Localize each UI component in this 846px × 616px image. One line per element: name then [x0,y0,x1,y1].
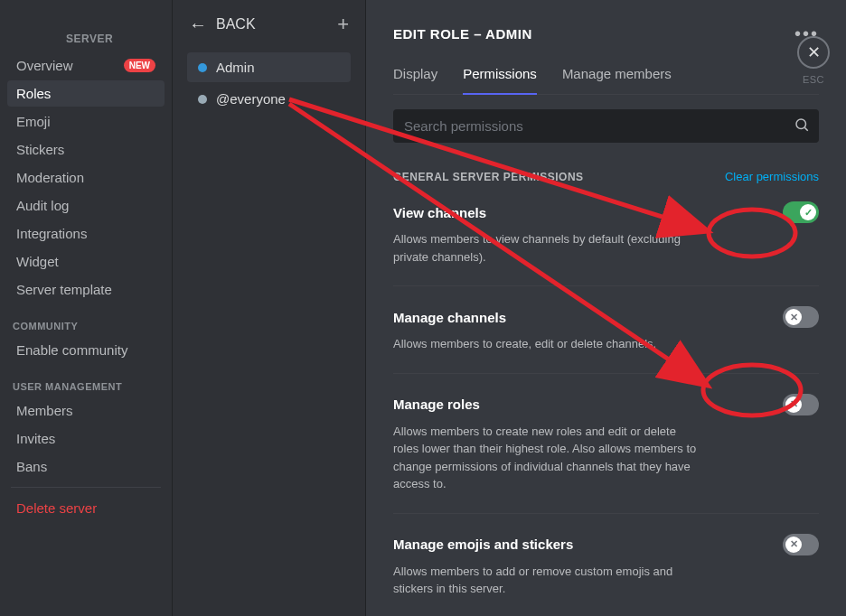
sidebar-item-label: Roles [16,86,51,101]
role-list-column: ← BACK + Admin @everyone [172,0,365,616]
sidebar-item-roles[interactable]: Roles [7,80,164,107]
back-label: BACK [216,16,256,33]
tab-manage-members[interactable]: Manage members [562,59,672,94]
new-badge: NEW [124,59,155,72]
permission-row-manage-roles: Manage roles ✕ Allows members to create … [393,394,819,514]
sidebar-item-label: Members [16,403,73,418]
role-item-admin[interactable]: Admin [187,52,351,82]
x-icon: ✕ [785,537,802,553]
permission-toggle[interactable]: ✕ [783,534,819,555]
svg-point-0 [796,119,806,129]
close-area: ✕ ESC [797,36,830,85]
permission-toggle[interactable]: ✕ [783,306,819,328]
search-permissions-input[interactable] [393,109,819,143]
sidebar-item-members[interactable]: Members [7,397,164,424]
role-item-everyone[interactable]: @everyone [187,84,351,114]
page-title: EDIT ROLE – ADMIN [393,26,532,42]
x-icon: ✕ [785,397,802,413]
sidebar-item-integrations[interactable]: Integrations [7,220,164,247]
role-color-dot [198,95,207,104]
sidebar-item-label: Overview [16,58,73,73]
edit-role-panel: EDIT ROLE – ADMIN ••• Display Permission… [365,0,846,616]
back-button[interactable]: ← BACK [189,15,256,33]
sidebar-item-label: Invites [16,431,55,446]
permission-description: Allows members to view channels by defau… [393,230,700,266]
role-name: @everyone [216,91,286,107]
sidebar-item-audit-log[interactable]: Audit log [7,192,164,219]
svg-line-1 [804,127,807,130]
sidebar-item-label: Stickers [16,142,64,157]
divider [11,487,161,488]
sidebar-item-label: Bans [16,459,47,474]
sidebar-item-label: Emoji [16,114,51,129]
check-icon: ✓ [800,204,816,220]
close-button[interactable]: ✕ [797,36,830,69]
sidebar-header-server: SERVER [7,11,164,52]
search-icon [794,117,810,136]
close-icon: ✕ [807,42,821,62]
permission-name: Manage channels [393,310,506,325]
permission-row-view-channels: View channels ✓ Allows members to view c… [393,201,819,286]
permission-toggle[interactable]: ✓ [783,201,819,223]
sidebar-item-label: Server template [16,282,112,297]
tab-permissions[interactable]: Permissions [463,59,537,94]
role-name: Admin [216,60,255,75]
sidebar-item-delete-server[interactable]: Delete server [7,495,164,521]
sidebar-item-emoji[interactable]: Emoji [7,108,164,135]
permission-name: View channels [393,205,486,220]
add-role-button[interactable]: + [337,14,349,34]
permission-description: Allows members to create new roles and e… [393,423,700,493]
tab-display[interactable]: Display [393,59,437,94]
permission-group-title: GENERAL SERVER PERMISSIONS [393,171,584,183]
sidebar-item-label: Integrations [16,226,87,241]
sidebar-item-invites[interactable]: Invites [7,425,164,452]
sidebar-item-label: Moderation [16,170,84,185]
permission-row-manage-channels: Manage channels ✕ Allows members to crea… [393,306,819,374]
x-icon: ✕ [785,309,802,325]
arrow-left-icon: ← [189,15,207,33]
permission-toggle[interactable]: ✕ [783,394,819,415]
sidebar-item-moderation[interactable]: Moderation [7,164,164,191]
permission-name: Manage emojis and stickers [393,537,573,552]
sidebar-item-server-template[interactable]: Server template [7,276,164,303]
sidebar-header-community: COMMUNITY [7,304,164,337]
sidebar-item-label: Delete server [16,500,97,516]
sidebar-item-label: Audit log [16,198,69,213]
role-color-dot [198,63,207,72]
esc-label: ESC [797,74,830,85]
sidebar-item-stickers[interactable]: Stickers [7,136,164,163]
sidebar-item-label: Widget [16,254,59,269]
permission-description: Allows members to create, edit or delete… [393,335,700,353]
sidebar-item-overview[interactable]: Overview NEW [7,52,164,79]
sidebar-header-user-management: USER MANAGEMENT [7,365,164,397]
clear-permissions-link[interactable]: Clear permissions [725,170,819,183]
permission-description: Allows members to add or remove custom e… [393,563,700,598]
settings-sidebar: SERVER Overview NEW Roles Emoji Stickers… [0,0,172,616]
sidebar-item-enable-community[interactable]: Enable community [7,337,164,363]
sidebar-item-widget[interactable]: Widget [7,248,164,275]
permission-row-manage-emojis: Manage emojis and stickers ✕ Allows memb… [393,534,819,617]
sidebar-item-bans[interactable]: Bans [7,453,164,480]
tabs: Display Permissions Manage members [393,59,819,95]
permission-name: Manage roles [393,397,480,412]
sidebar-item-label: Enable community [16,342,127,358]
